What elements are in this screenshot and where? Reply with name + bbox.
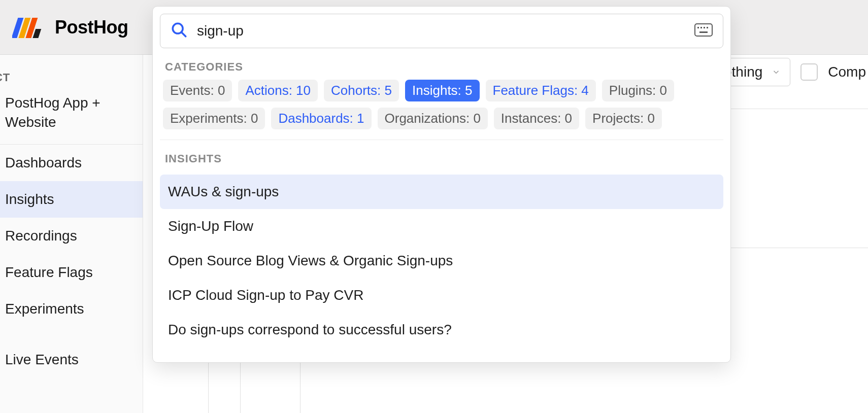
chevron-down-icon [772, 64, 781, 80]
svg-rect-11 [699, 31, 708, 33]
posthog-logo-icon [12, 14, 48, 41]
result-item[interactable]: Open Source Blog Views & Organic Sign-up… [160, 244, 723, 278]
categories-label: CATEGORIES [153, 48, 730, 80]
result-item[interactable]: Do sign-ups correspond to successful use… [160, 313, 723, 347]
sidebar-item-feature-flags[interactable]: Feature Flags [0, 254, 143, 291]
svg-line-5 [181, 32, 186, 37]
svg-rect-10 [707, 27, 708, 28]
category-insights[interactable]: Insights: 5 [405, 80, 480, 101]
category-plugins[interactable]: Plugins: 0 [602, 80, 674, 101]
category-dashboards[interactable]: Dashboards: 1 [271, 108, 371, 129]
results-label: INSIGHTS [153, 140, 730, 171]
sidebar-item-experiments[interactable]: Experiments [0, 291, 143, 327]
keyboard-icon[interactable] [694, 23, 713, 39]
search-input[interactable] [197, 23, 685, 39]
toolbar-right: othing Comp [718, 58, 868, 86]
result-item[interactable]: Sign-Up Flow [160, 209, 723, 244]
compare-checkbox[interactable] [800, 63, 818, 81]
category-cohorts[interactable]: Cohorts: 5 [324, 80, 399, 101]
search-icon [171, 21, 188, 41]
category-events[interactable]: Events: 0 [163, 80, 232, 101]
sidebar-section-label: JECT [0, 55, 143, 88]
category-organizations[interactable]: Organizations: 0 [378, 108, 488, 129]
category-projects[interactable]: Projects: 0 [585, 108, 662, 129]
svg-rect-9 [704, 27, 705, 28]
category-instances[interactable]: Instances: 0 [494, 108, 579, 129]
svg-rect-3 [32, 29, 41, 38]
categories-row: Events: 0 Actions: 10 Cohorts: 5 Insight… [153, 80, 730, 132]
results-list: WAUs & sign-ups Sign-Up Flow Open Source… [153, 171, 730, 347]
sidebar: JECT PostHog App + Website Dashboards In… [0, 55, 143, 413]
sidebar-item-live-events[interactable]: Live Events [0, 341, 143, 378]
app-name: PostHog [55, 17, 128, 38]
svg-rect-8 [700, 27, 702, 28]
sidebar-item-dashboards[interactable]: Dashboards [0, 145, 143, 181]
logo[interactable]: PostHog [12, 14, 128, 41]
sidebar-item-insights[interactable]: Insights [0, 181, 143, 218]
category-feature-flags[interactable]: Feature Flags: 4 [486, 80, 596, 101]
compare-label: Comp [828, 64, 866, 80]
sidebar-item-recordings[interactable]: Recordings [0, 218, 143, 254]
result-item[interactable]: WAUs & sign-ups [160, 175, 723, 209]
project-name[interactable]: PostHog App + Website [0, 88, 143, 145]
svg-rect-7 [697, 27, 699, 28]
category-actions[interactable]: Actions: 10 [238, 80, 318, 101]
search-box [160, 14, 723, 48]
search-popover: CATEGORIES Events: 0 Actions: 10 Cohorts… [152, 6, 731, 363]
category-experiments[interactable]: Experiments: 0 [163, 108, 265, 129]
svg-rect-6 [695, 24, 712, 36]
result-item[interactable]: ICP Cloud Sign-up to Pay CVR [160, 278, 723, 313]
